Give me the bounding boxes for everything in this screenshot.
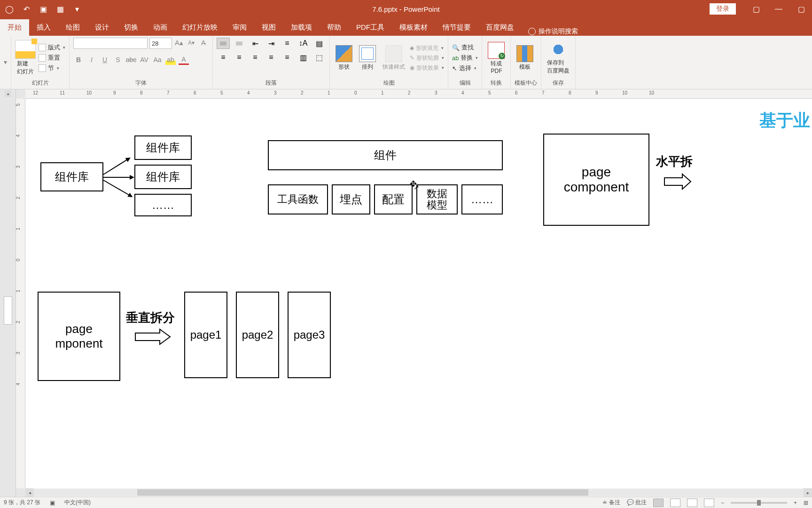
box-pagecomp-2[interactable]: page mponent [38,292,120,381]
save-baidu-button[interactable]: ☁保存到 百度网盘 [545,41,571,75]
scroll-up-button[interactable]: ▴ [5,90,11,97]
template-button[interactable]: 模板 [515,45,535,71]
increase-indent-button[interactable]: ⇥ [265,38,278,49]
align-center-button[interactable]: ≡ [233,52,246,63]
label-horizontal-split[interactable]: 水平拆 [656,153,693,170]
columns-button[interactable]: ▥ [297,52,310,63]
distribute-button[interactable]: ≡ [281,52,294,63]
align-right-button[interactable]: ≡ [249,52,262,63]
horizontal-ruler[interactable]: 12111098765432101234567891010 [25,89,812,99]
tab-templates[interactable]: 模板素材 [392,19,435,36]
align-text-button[interactable]: ▤ [312,38,326,49]
tab-baidu[interactable]: 百度网盘 [478,19,522,36]
layout-button[interactable]: 版式▾ [39,43,65,52]
text-direction-button[interactable]: ↕A [297,38,310,49]
arrow-vertical[interactable] [134,327,171,346]
tab-addins[interactable]: 加载项 [283,19,320,36]
decrease-indent-button[interactable]: ⇤ [249,38,262,49]
label-vertical-split[interactable]: 垂直拆分 [126,310,175,326]
slide-canvas[interactable]: 基于业 组件库 组件库 组件库 …… 组件 工具函数 埋点 配置 数据 模型 …… [25,99,812,488]
bold-button[interactable]: B [73,55,84,65]
decrease-font-button[interactable]: A▾ [186,38,196,48]
language-label[interactable]: 中文(中国) [64,499,91,507]
justify-button[interactable]: ≡ [265,52,278,63]
shape-fill-button[interactable]: ◆形状填充▾ [410,44,444,52]
sorter-view-button[interactable] [670,499,680,507]
box-complib-1[interactable]: 组件库 [134,135,192,160]
arrow-1[interactable] [103,158,130,175]
arrow-2[interactable] [103,177,133,178]
zoom-in-button[interactable]: + [794,500,797,506]
qat-customize-button[interactable]: ▾ [71,3,83,15]
new-slide-button[interactable]: 新建 幻灯片 [15,40,36,76]
reset-button[interactable]: 重置 [39,53,65,63]
tab-slideshow[interactable]: 幻灯片放映 [175,19,225,36]
slideshow-view-button[interactable] [704,499,714,507]
horizontal-scrollbar[interactable]: ◂ ▸ [25,488,812,497]
shape-effects-button[interactable]: ◉形状效果▾ [410,64,444,72]
normal-view-button[interactable] [653,499,664,507]
tell-me-search[interactable]: 操作说明搜索 [528,27,578,36]
scroll-right-button[interactable]: ▸ [804,488,812,497]
align-left-button[interactable]: ≡ [217,52,230,63]
italic-button[interactable]: I [86,55,97,65]
increase-font-button[interactable]: A▴ [174,38,184,48]
tab-story[interactable]: 情节提要 [435,19,478,36]
box-track[interactable]: 埋点 [332,184,370,214]
tab-review[interactable]: 审阅 [225,19,254,36]
smartart-button[interactable]: ⬚ [312,52,326,63]
section-button[interactable]: 节▾ [39,64,65,73]
arrange-button[interactable]: 排列 [357,45,378,71]
box-datamodel[interactable]: 数据 模型 [416,184,458,214]
box-dots-2[interactable]: …… [461,184,503,214]
box-pagecomp[interactable]: page component [543,134,649,226]
box-component[interactable]: 组件 [268,140,503,170]
tab-pdf[interactable]: PDF工具 [349,19,392,36]
box-page2[interactable]: page2 [236,292,279,378]
box-complib-2[interactable]: 组件库 [134,165,192,189]
paste-button[interactable]: ▾ [4,57,7,67]
arrow-3[interactable] [103,180,133,197]
box-page1[interactable]: page1 [184,292,227,378]
box-config[interactable]: 配置 [374,184,413,214]
strikethrough-button[interactable]: S [113,55,123,65]
box-complib-root[interactable]: 组件库 [40,162,103,191]
tab-draw[interactable]: 绘图 [58,19,87,36]
box-page3[interactable]: page3 [288,292,331,378]
notes-button[interactable]: ≐ 备注 [602,499,620,507]
maximize-button[interactable]: ▢ [790,0,812,18]
scroll-thumb[interactable] [137,489,588,496]
bullets-button[interactable] [217,38,230,49]
autosave-toggle[interactable]: ◯ [4,3,15,15]
line-spacing-button[interactable]: ≡ [281,38,294,49]
slide-thumbnail-panel[interactable]: ▴ [0,89,16,497]
arrow-horizontal[interactable] [664,172,692,191]
zoom-handle[interactable] [757,500,761,506]
shape-outline-button[interactable]: ✎形状轮廓▾ [410,54,444,62]
underline-button[interactable]: U [100,55,110,65]
undo-button[interactable]: ↶ [21,3,32,15]
box-dots-1[interactable]: …… [134,194,192,216]
scroll-track[interactable] [34,489,804,496]
ribbon-display-button[interactable]: ▢ [745,0,767,18]
slide-thumbnail[interactable] [4,296,12,325]
shapes-button[interactable]: 形状 [334,45,354,71]
tab-home[interactable]: 开始 [0,19,29,36]
spell-check-icon[interactable]: ▣ [50,500,55,506]
comments-button[interactable]: 💬 批注 [627,499,647,507]
to-pdf-button[interactable]: ↻转成 PDF [486,42,507,74]
tab-transitions[interactable]: 切换 [117,19,146,36]
clear-formatting-button[interactable]: A̶ [198,38,209,48]
font-color-button[interactable]: A [179,55,189,65]
select-button[interactable]: ↖选择▾ [452,64,478,72]
slide-heading[interactable]: 基于业 [759,109,810,132]
font-size-combo[interactable]: 28 [149,38,172,49]
zoom-slider[interactable] [731,502,787,504]
login-button[interactable]: 登录 [710,3,736,15]
tab-help[interactable]: 帮助 [320,19,349,36]
box-util[interactable]: 工具函数 [268,184,328,214]
quick-styles-button[interactable]: 快速样式 [381,45,407,71]
find-button[interactable]: 🔍查找 [452,43,478,52]
tab-view[interactable]: 视图 [254,19,283,36]
font-family-combo[interactable] [73,38,148,49]
